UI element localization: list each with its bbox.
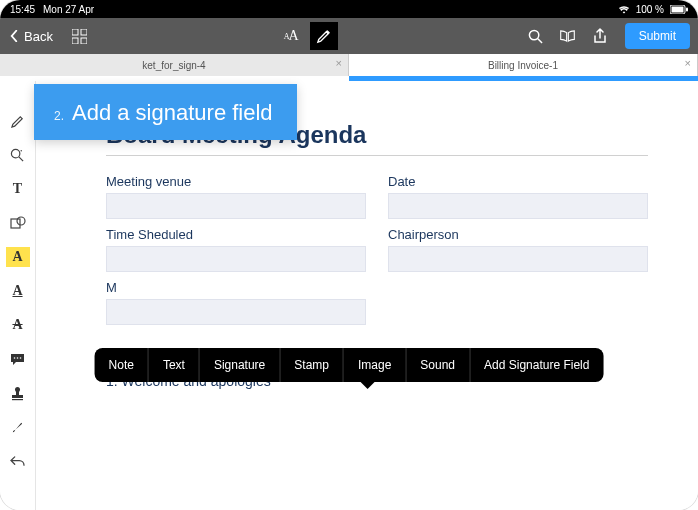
wifi-icon xyxy=(618,4,630,15)
annotation-context-menu: Note Text Signature Stamp Image Sound Ad… xyxy=(95,348,604,382)
menu-item-add-signature-field[interactable]: Add Signature Field xyxy=(470,348,603,382)
brush-tool[interactable] xyxy=(6,417,30,437)
book-icon xyxy=(559,29,576,43)
svg-point-13 xyxy=(17,357,19,359)
field-label: Date xyxy=(388,174,648,189)
menu-item-sound[interactable]: Sound xyxy=(406,348,470,382)
close-tab-icon[interactable]: × xyxy=(685,57,691,69)
shape-tool[interactable] xyxy=(6,213,30,233)
pencil-icon xyxy=(316,29,331,44)
tab-label: Billing Invoice-1 xyxy=(488,60,558,71)
tutorial-callout: 2. Add a signature field xyxy=(34,84,297,140)
battery-icon xyxy=(670,4,688,15)
chevron-left-icon xyxy=(8,30,20,42)
ipad-status-bar: 15:45 Mon 27 Apr 100 % xyxy=(0,0,698,18)
tab-label: ket_for_sign-4 xyxy=(142,60,205,71)
svg-rect-5 xyxy=(72,38,78,44)
battery-percentage: 100 % xyxy=(636,4,664,15)
menu-item-stamp[interactable]: Stamp xyxy=(280,348,344,382)
field-label: Meeting venue xyxy=(106,174,366,189)
bookmarks-button[interactable] xyxy=(555,23,581,49)
field-input[interactable] xyxy=(388,246,648,272)
svg-point-12 xyxy=(14,357,16,359)
share-button[interactable] xyxy=(587,23,613,49)
svg-rect-6 xyxy=(81,38,87,44)
annotation-toolbar: T A A A xyxy=(0,81,36,510)
annotate-button[interactable] xyxy=(310,22,338,50)
field-label: Time Sheduled xyxy=(106,227,366,242)
field-input[interactable] xyxy=(106,299,366,325)
strikethrough-tool[interactable]: A xyxy=(6,315,30,335)
submit-button[interactable]: Submit xyxy=(625,23,690,49)
field-minutes-by: M xyxy=(106,280,366,325)
field-date: Date xyxy=(388,174,648,219)
stamp-tool[interactable] xyxy=(6,383,30,403)
menu-item-signature[interactable]: Signature xyxy=(200,348,280,382)
comment-tool[interactable] xyxy=(6,349,30,369)
search-icon xyxy=(528,29,543,44)
svg-point-7 xyxy=(530,30,539,39)
text-size-button[interactable]: AA xyxy=(278,23,304,49)
field-input[interactable] xyxy=(106,193,366,219)
stamp-icon xyxy=(11,386,24,401)
menu-item-text[interactable]: Text xyxy=(149,348,200,382)
svg-point-9 xyxy=(21,150,23,152)
field-label: Chairperson xyxy=(388,227,648,242)
comment-icon xyxy=(10,353,25,366)
back-label: Back xyxy=(24,29,53,44)
pen-icon xyxy=(10,114,25,129)
thumbnails-button[interactable] xyxy=(67,23,93,49)
field-label: M xyxy=(106,280,366,295)
svg-rect-18 xyxy=(12,399,23,400)
draw-tool[interactable] xyxy=(6,111,30,131)
svg-point-11 xyxy=(17,217,25,225)
menu-item-image[interactable]: Image xyxy=(344,348,406,382)
svg-rect-4 xyxy=(81,29,87,35)
field-time-scheduled: Time Sheduled xyxy=(106,227,366,272)
undo-tool[interactable] xyxy=(6,451,30,471)
svg-rect-2 xyxy=(686,8,688,12)
field-chairperson: Chairperson xyxy=(388,227,648,272)
tab-strip: ket_for_sign-4 × Billing Invoice-1 × xyxy=(0,54,698,76)
close-tab-icon[interactable]: × xyxy=(336,57,342,69)
status-time: 15:45 xyxy=(10,4,35,15)
field-input[interactable] xyxy=(106,246,366,272)
magnifier-icon xyxy=(10,148,25,163)
status-date: Mon 27 Apr xyxy=(43,4,94,15)
menu-item-note[interactable]: Note xyxy=(95,348,149,382)
brush-icon xyxy=(10,420,25,435)
document-canvas[interactable]: Board Meeting Agenda Meeting venue Date … xyxy=(36,81,698,510)
undo-icon xyxy=(10,455,25,468)
shape-icon xyxy=(10,216,26,230)
app-top-bar: Back AA Submit xyxy=(0,18,698,54)
field-meeting-venue: Meeting venue xyxy=(106,174,366,219)
svg-rect-3 xyxy=(72,29,78,35)
share-icon xyxy=(593,28,607,44)
svg-point-8 xyxy=(11,149,19,157)
svg-rect-16 xyxy=(16,391,19,395)
title-divider xyxy=(106,155,648,156)
underline-tool[interactable]: A xyxy=(6,281,30,301)
search-button[interactable] xyxy=(523,23,549,49)
svg-rect-1 xyxy=(672,7,684,13)
inspect-tool[interactable] xyxy=(6,145,30,165)
document-tab-2[interactable]: Billing Invoice-1 × xyxy=(349,54,698,76)
field-input[interactable] xyxy=(388,193,648,219)
grid-icon xyxy=(72,29,87,44)
back-button[interactable]: Back xyxy=(8,29,53,44)
callout-step-number: 2. xyxy=(54,109,64,123)
text-tool[interactable]: T xyxy=(6,179,30,199)
highlight-tool[interactable]: A xyxy=(6,247,30,267)
callout-text: Add a signature field xyxy=(72,100,273,126)
svg-point-14 xyxy=(20,357,22,359)
document-tab-1[interactable]: ket_for_sign-4 × xyxy=(0,54,349,76)
svg-rect-17 xyxy=(12,395,23,398)
